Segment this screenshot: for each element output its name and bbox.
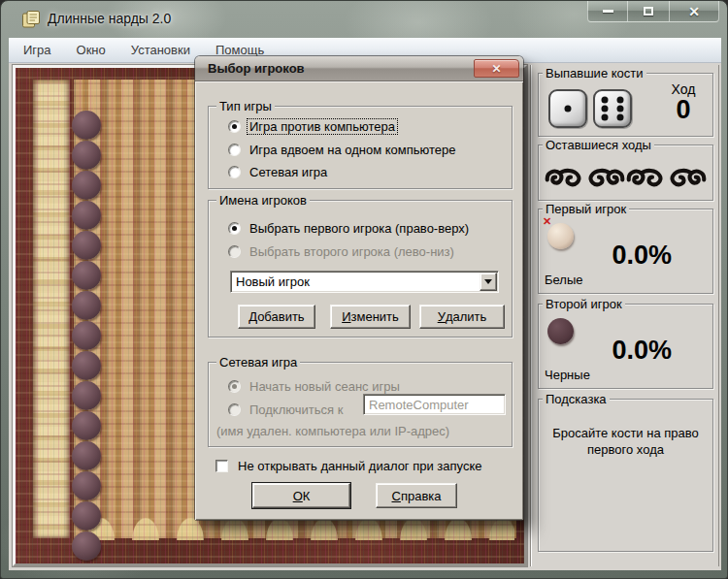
app-icon: [21, 10, 41, 29]
remaining-caption: Оставшиеся ходы: [543, 138, 654, 152]
radio-vs-computer[interactable]: Игра против компьютера: [228, 118, 506, 134]
checker[interactable]: [72, 291, 101, 320]
checker[interactable]: [72, 141, 101, 170]
checker[interactable]: [72, 441, 101, 470]
radio-icon: [228, 144, 241, 156]
radio-label: Начать новый сеанс игры: [248, 379, 402, 394]
remaining-moves-group: Оставшиеся ходы: [538, 145, 713, 201]
radio-second-player: Выбрать второго игрока (лево-низ): [228, 243, 506, 259]
radio-icon: [228, 403, 241, 416]
player-names-caption: Имена игроков: [216, 193, 310, 208]
checker[interactable]: [72, 321, 101, 350]
radio-label: Сетевая игра: [248, 165, 329, 179]
radio-label: Игра вдвоем на одном компьютере: [248, 143, 458, 157]
dropdown-button[interactable]: [480, 273, 497, 291]
menu-settings[interactable]: Установки: [118, 39, 203, 61]
dialog-close-icon: ✕: [491, 62, 501, 76]
startup-checkbox-label: Не открывать данный диалог при запуске: [236, 459, 484, 473]
dialog-title: Выбор игроков: [208, 61, 305, 76]
network-group: Сетевая игра Начать новый сеанс игры Под…: [208, 362, 513, 447]
add-player-button[interactable]: Добавить: [238, 305, 315, 329]
dice-group: Выпавшие кости Ход 0: [538, 73, 713, 137]
checkbox-icon: [215, 460, 228, 472]
player2-color-label: Черные: [545, 368, 590, 382]
info-panel: Выпавшие кости Ход 0 Оставшиеся ходы: [530, 65, 719, 566]
menu-game[interactable]: Игра: [11, 39, 64, 61]
radio-first-player[interactable]: Выбрать первого игрока (право-верх): [228, 220, 506, 236]
white-checker-icon: [547, 223, 574, 249]
minimize-icon: [603, 10, 613, 13]
checker[interactable]: [72, 351, 101, 380]
radio-label: Выбрать первого игрока (право-верх): [248, 221, 471, 236]
checker[interactable]: [72, 411, 101, 440]
game-type-caption: Тип игры: [216, 99, 275, 113]
startup-checkbox-row[interactable]: Не открывать данный диалог при запуске: [215, 458, 484, 473]
player-combobox[interactable]: Новый игрок: [230, 271, 499, 293]
flourish-icon: [667, 167, 707, 191]
remote-host-field[interactable]: RemoteComputer: [363, 394, 506, 415]
checker[interactable]: [72, 261, 101, 290]
flourish-icon: [585, 167, 625, 191]
checker-column: [72, 111, 101, 561]
game-type-group: Тип игры Игра против компьютера Игра вдв…: [208, 106, 513, 189]
hint-caption: Подсказка: [543, 392, 610, 406]
die-2: [593, 89, 632, 128]
dice-group-caption: Выпавшие кости: [543, 66, 646, 80]
player1-group: Первый игрок ✕ 0.0% Белые: [538, 209, 713, 294]
player2-percent: 0.0%: [612, 336, 672, 366]
player-names-group: Имена игроков Выбрать первого игрока (пр…: [208, 200, 513, 338]
checker[interactable]: [72, 231, 101, 260]
edit-player-button[interactable]: Изменить: [330, 305, 411, 329]
maximize-button[interactable]: [628, 1, 669, 22]
radio-label: Игра против компьютера: [248, 119, 397, 134]
window-title: Длинные нарды 2.0: [48, 11, 171, 26]
delete-player-button[interactable]: Удалить: [419, 305, 505, 329]
die-1: [548, 89, 587, 128]
hint-text: Бросайте кости на право первого хода: [546, 425, 705, 458]
radio-icon: [228, 166, 241, 178]
player-selection-dialog: Выбор игроков ✕ Тип игры Игра против ком…: [195, 56, 523, 520]
checker[interactable]: [72, 171, 101, 200]
radio-icon: [228, 222, 241, 235]
checker[interactable]: [72, 201, 101, 230]
black-checker-icon: [547, 318, 574, 344]
first-player-marker: ✕: [543, 216, 551, 227]
remaining-ornaments: [543, 161, 709, 196]
radio-label: Подключиться к: [248, 402, 345, 417]
player1-color-label: Белые: [545, 273, 583, 287]
radio-new-session: Начать новый сеанс игры: [228, 378, 506, 394]
chevron-down-icon: [484, 279, 492, 284]
close-icon: ✕: [688, 5, 700, 18]
close-button[interactable]: ✕: [669, 1, 719, 22]
checker[interactable]: [72, 471, 101, 500]
radio-icon: [228, 120, 241, 133]
checker[interactable]: [72, 501, 101, 531]
app-window: Длинные нарды 2.0 ✕ Игра Окно Установки …: [0, 0, 728, 579]
menu-window[interactable]: Окно: [64, 39, 118, 61]
network-note: (имя удален. компьютера или IP-адрес): [216, 424, 449, 438]
player1-caption: Первый игрок: [543, 202, 629, 216]
radio-network-game[interactable]: Сетевая игра: [228, 164, 506, 179]
player2-group: Второй игрок 0.0% Черные: [538, 304, 713, 389]
move-counter: Ход 0: [653, 81, 713, 122]
player2-caption: Второй игрок: [543, 297, 625, 311]
maximize-icon: [644, 7, 653, 16]
flourish-icon: [545, 167, 584, 191]
network-caption: Сетевая игра: [216, 355, 300, 370]
dialog-titlebar: Выбор игроков ✕: [195, 56, 523, 81]
move-value: 0: [653, 97, 713, 122]
dialog-body: Тип игры Игра против компьютера Игра вдв…: [195, 81, 523, 520]
checker[interactable]: [72, 531, 101, 561]
radio-icon: [228, 380, 241, 393]
radio-icon: [228, 245, 241, 258]
dialog-close-button[interactable]: ✕: [474, 59, 519, 78]
checker[interactable]: [72, 111, 101, 140]
minimize-button[interactable]: [587, 1, 628, 22]
ok-button[interactable]: ОК: [252, 483, 350, 508]
player-combobox-value: Новый игрок: [236, 274, 310, 289]
player1-percent: 0.0%: [612, 241, 672, 271]
radio-two-players[interactable]: Игра вдвоем на одном компьютере: [228, 142, 506, 157]
flourish-icon: [626, 167, 666, 191]
checker[interactable]: [72, 381, 101, 410]
help-button[interactable]: Справка: [376, 483, 457, 508]
